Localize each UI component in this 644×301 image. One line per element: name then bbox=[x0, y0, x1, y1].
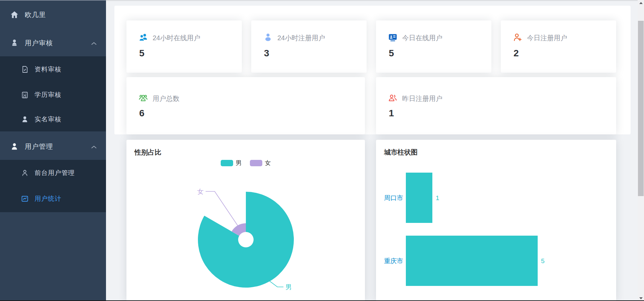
sidebar-item-label: 实名审核 bbox=[35, 115, 61, 124]
bar-zhoukou[interactable] bbox=[406, 173, 432, 223]
sidebar-item-label: 学历审核 bbox=[35, 91, 61, 99]
stat-card-online-today: 今日在线用户 5 bbox=[376, 20, 491, 73]
document-check-icon bbox=[21, 65, 29, 73]
stat-card-online-24h: 24小时在线用户 5 bbox=[126, 20, 242, 73]
sidebar-item-label: 前台用户管理 bbox=[35, 169, 75, 177]
user-plus-icon bbox=[513, 33, 522, 42]
sidebar-item-user-audit[interactable]: 用户审核 bbox=[0, 29, 106, 56]
stat-label: 24小时在线用户 bbox=[153, 34, 200, 43]
sidebar-item-home[interactable]: 欧几里 bbox=[0, 3, 106, 27]
users-filled-icon bbox=[139, 33, 148, 42]
id-card-icon bbox=[388, 33, 397, 42]
scroll-up-icon bbox=[639, 2, 643, 4]
stat-value: 6 bbox=[139, 108, 145, 119]
stat-value: 5 bbox=[389, 48, 394, 59]
stat-label: 今日注册用户 bbox=[527, 34, 567, 43]
bar-value-label: 1 bbox=[436, 194, 439, 201]
scrollbar-thumb[interactable] bbox=[638, 21, 644, 196]
bar-chongqing[interactable] bbox=[406, 236, 538, 286]
user-filled-icon bbox=[263, 33, 273, 42]
pie-inner-hole bbox=[238, 232, 254, 247]
sidebar-item-user-stats[interactable]: 用户统计 bbox=[0, 186, 106, 212]
gender-pie-chart: 女 男 bbox=[126, 140, 365, 301]
sidebar-item-label: 用户审核 bbox=[25, 39, 53, 48]
sidebar-item-education-audit[interactable]: 学历审核 bbox=[0, 82, 106, 107]
user-badge-icon bbox=[10, 39, 19, 47]
stat-card-registered-24h: 24小时注册用户 3 bbox=[251, 20, 367, 73]
home-icon bbox=[10, 10, 19, 19]
pie-callout-line-male bbox=[269, 281, 283, 287]
bar-value-label: 5 bbox=[541, 257, 545, 264]
person-filled-icon bbox=[21, 115, 29, 123]
city-bar-chart: 周口市 重庆市 1 5 bbox=[376, 140, 616, 301]
stat-label: 用户总数 bbox=[153, 94, 179, 103]
stat-card-registered-today: 今日注册用户 2 bbox=[501, 20, 616, 73]
stat-value: 3 bbox=[264, 48, 269, 59]
stat-card-registered-yesterday: 昨日注册用户 1 bbox=[376, 77, 616, 134]
stat-value: 2 bbox=[514, 48, 519, 59]
sidebar-item-label: 用户统计 bbox=[35, 194, 61, 203]
person-filled-icon bbox=[10, 142, 19, 151]
chevron-up-icon bbox=[91, 41, 97, 47]
stat-card-total-users: 用户总数 6 bbox=[126, 77, 365, 134]
scroll-up-button[interactable] bbox=[638, 0, 644, 6]
pie-callout-label-female: 女 bbox=[197, 188, 204, 195]
sidebar-item-front-user-manage[interactable]: 前台用户管理 bbox=[0, 160, 106, 186]
stat-label: 24小时注册用户 bbox=[277, 34, 325, 43]
sidebar-item-user-manage[interactable]: 用户管理 bbox=[0, 132, 106, 161]
chart-box-icon bbox=[21, 195, 29, 203]
stat-value: 5 bbox=[139, 48, 145, 59]
sidebar-item-material-audit[interactable]: 资料审核 bbox=[0, 56, 106, 82]
scroll-down-icon bbox=[639, 297, 643, 299]
bar-category-label: 周口市 bbox=[384, 194, 403, 201]
city-bar-card: 城市柱状图 周口市 重庆市 1 5 bbox=[376, 140, 616, 301]
sidebar: 欧几里 用户审核 资料审核 bbox=[0, 0, 106, 301]
pie-callout-label-male: 男 bbox=[285, 284, 292, 291]
bar-category-label: 重庆市 bbox=[384, 257, 403, 264]
chevron-up-icon bbox=[91, 144, 97, 150]
sidebar-item-label: 欧几里 bbox=[25, 10, 46, 19]
sidebar-item-realname-audit[interactable]: 实名审核 bbox=[0, 107, 106, 131]
vertical-scrollbar[interactable] bbox=[638, 0, 644, 301]
stat-label: 今日在线用户 bbox=[402, 34, 442, 43]
gender-pie-card: 性别占比 男 女 女 男 bbox=[126, 140, 365, 301]
users-outline-icon bbox=[388, 93, 397, 103]
main-content: 24小时在线用户 5 24小时注册用户 3 今日在线用户 5 bbox=[106, 0, 644, 301]
stat-value: 1 bbox=[389, 108, 394, 119]
school-building-icon bbox=[21, 91, 29, 99]
stat-label: 昨日注册用户 bbox=[402, 94, 442, 103]
sidebar-item-label: 用户管理 bbox=[25, 142, 53, 151]
users-group-icon bbox=[139, 93, 148, 103]
person-outline-icon bbox=[21, 169, 29, 177]
sidebar-item-label: 资料审核 bbox=[35, 65, 61, 74]
